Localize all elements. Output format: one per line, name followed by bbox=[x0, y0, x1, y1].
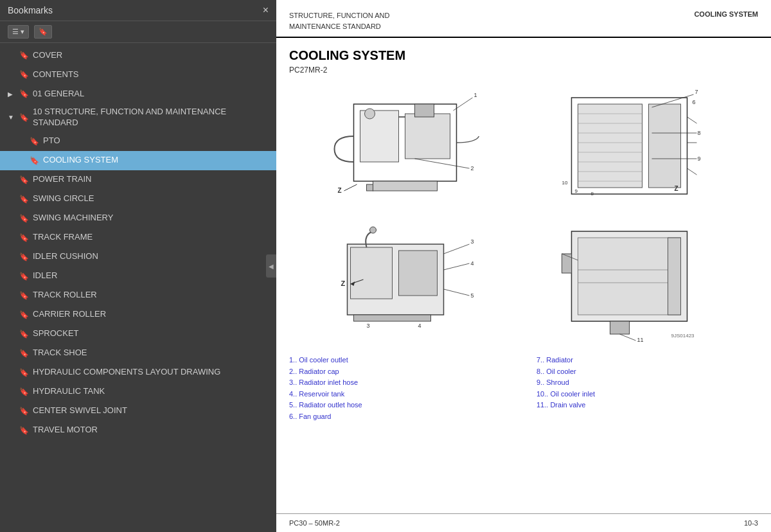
svg-text:Z: Z bbox=[341, 279, 346, 287]
svg-rect-40 bbox=[351, 247, 393, 299]
diagram-bottom-right: 11 9JS01423 bbox=[526, 218, 758, 347]
bookmark-label-power_train: POWER TRAIN bbox=[33, 174, 92, 185]
document-header-left: STRUCTURE, FUNCTION AND MAINTENANCE STAN… bbox=[289, 10, 389, 31]
document-panel: STRUCTURE, FUNCTION AND MAINTENANCE STAN… bbox=[276, 0, 771, 532]
bookmarks-header: Bookmarks × bbox=[0, 0, 276, 21]
svg-text:9JS01423: 9JS01423 bbox=[671, 333, 695, 339]
bookmark-item-track_shoe[interactable]: 🔖TRACK SHOE bbox=[0, 344, 276, 363]
bookmark-item-power_train[interactable]: 🔖POWER TRAIN bbox=[0, 170, 276, 190]
document-content: COOLING SYSTEM PC27MR-2 1 bbox=[276, 38, 771, 513]
bookmark-icon-idler_cushion: 🔖 bbox=[19, 253, 29, 262]
toolbar-menu-button[interactable]: ☰ ▾ bbox=[8, 25, 29, 39]
svg-text:Z: Z bbox=[338, 187, 342, 194]
legend-item: 4.. Reservoir tank bbox=[289, 389, 511, 400]
svg-text:8: 8 bbox=[591, 191, 594, 197]
svg-text:3: 3 bbox=[367, 323, 370, 329]
bookmark-item-travel_motor[interactable]: 🔖TRAVEL MOTOR bbox=[0, 421, 276, 440]
bookmark-item-general[interactable]: ▶🔖01 GENERAL bbox=[0, 84, 276, 103]
bookmark-label-pto: PTO bbox=[43, 136, 60, 146]
bookmark-label-sprocket: SPROCKET bbox=[33, 328, 79, 339]
expand-arrow-general[interactable]: ▶ bbox=[8, 91, 15, 98]
bookmarks-toolbar: ☰ ▾ 🔖 bbox=[0, 21, 276, 43]
legend-item: 2.. Radiator cap bbox=[289, 366, 511, 378]
legend-item: 7.. Radiator bbox=[536, 355, 758, 366]
bookmark-icon-swing_circle: 🔖 bbox=[19, 195, 29, 204]
bookmark-item-cooling[interactable]: 🔖COOLING SYSTEM bbox=[0, 151, 276, 170]
bookmark-item-contents[interactable]: 🔖CONTENTS bbox=[0, 65, 276, 84]
bookmark-icon-track_frame: 🔖 bbox=[19, 233, 29, 242]
bookmark-icon-track_roller: 🔖 bbox=[19, 291, 29, 300]
bookmark-item-center_swivel[interactable]: 🔖CENTER SWIVEL JOINT bbox=[0, 402, 276, 421]
legend-left-col: 1.. Oil cooler outlet2.. Radiator cap3..… bbox=[289, 355, 511, 423]
diagram-top-right: 6 Z 7 8 9 10 9 8 bbox=[526, 85, 758, 213]
document-header-right: COOLING SYSTEM bbox=[694, 10, 758, 18]
legend-item: 3.. Radiator inlet hose bbox=[289, 377, 511, 389]
svg-rect-56 bbox=[578, 238, 681, 315]
legend-right-col: 7.. Radiator8.. Oil cooler9.. Shroud10..… bbox=[536, 355, 758, 423]
bookmark-icon-track_shoe: 🔖 bbox=[19, 349, 29, 358]
diagram-bottom-left: Z 3 4 5 3 4 bbox=[289, 218, 521, 347]
bookmark-item-structure[interactable]: ▼🔖10 STRUCTURE, FUNCTION AND MAINTENANCE… bbox=[0, 103, 276, 132]
bookmark-label-hydraulic_tank: HYDRAULIC TANK bbox=[33, 386, 105, 397]
svg-text:Z: Z bbox=[675, 185, 678, 192]
bookmark-item-cover[interactable]: 🔖COVER bbox=[0, 46, 276, 65]
bookmark-icon-swing_machinery: 🔖 bbox=[19, 214, 29, 223]
svg-rect-59 bbox=[668, 238, 681, 315]
bookmark-item-track_frame[interactable]: 🔖TRACK FRAME bbox=[0, 228, 276, 247]
svg-line-35 bbox=[687, 168, 697, 175]
bookmark-item-hydraulic_tank[interactable]: 🔖HYDRAULIC TANK bbox=[0, 382, 276, 402]
svg-text:10: 10 bbox=[562, 180, 568, 186]
svg-rect-1 bbox=[360, 111, 399, 162]
bookmark-item-idler[interactable]: 🔖IDLER bbox=[0, 267, 276, 286]
bookmarks-list: 🔖COVER🔖CONTENTS▶🔖01 GENERAL▼🔖10 STRUCTUR… bbox=[0, 43, 276, 532]
bookmark-label-center_swivel: CENTER SWIVEL JOINT bbox=[33, 405, 127, 416]
bookmark-label-swing_machinery: SWING MACHINERY bbox=[33, 213, 113, 224]
svg-text:4: 4 bbox=[418, 323, 421, 329]
bookmark-item-swing_circle[interactable]: 🔖SWING CIRCLE bbox=[0, 190, 276, 209]
bookmark-label-hydraulic_layout: HYDRAULIC COMPONENTS LAYOUT DRAWING bbox=[33, 367, 220, 378]
bookmark-icon-power_train: 🔖 bbox=[19, 175, 29, 184]
legend-section: 1.. Oil cooler outlet2.. Radiator cap3..… bbox=[289, 355, 758, 423]
footer-model: PC30 – 50MR-2 bbox=[289, 519, 340, 527]
bookmarks-title: Bookmarks bbox=[8, 5, 53, 15]
svg-rect-2 bbox=[405, 114, 450, 159]
page-title: COOLING SYSTEM bbox=[289, 48, 758, 63]
bookmark-item-track_roller[interactable]: 🔖TRACK ROLLER bbox=[0, 286, 276, 305]
bookmark-label-travel_motor: TRAVEL MOTOR bbox=[33, 425, 98, 436]
svg-text:11: 11 bbox=[637, 337, 644, 343]
svg-line-50 bbox=[444, 289, 470, 296]
model-subtitle: PC27MR-2 bbox=[289, 66, 758, 75]
bookmark-icon-hydraulic_tank: 🔖 bbox=[19, 387, 29, 396]
diagrams-grid: 1 2 Z bbox=[289, 85, 758, 347]
bookmark-icon-structure: 🔖 bbox=[19, 113, 29, 122]
bookmark-item-hydraulic_layout[interactable]: 🔖HYDRAULIC COMPONENTS LAYOUT DRAWING bbox=[0, 363, 276, 382]
svg-rect-41 bbox=[399, 251, 438, 296]
svg-point-45 bbox=[370, 227, 377, 233]
bookmark-label-contents: CONTENTS bbox=[33, 69, 79, 80]
bookmark-label-track_roller: TRACK ROLLER bbox=[33, 290, 97, 301]
bookmark-item-idler_cushion[interactable]: 🔖IDLER CUSHION bbox=[0, 247, 276, 267]
bookmark-item-carrier_roller[interactable]: 🔖CARRIER ROLLER bbox=[0, 305, 276, 324]
header-line2: MAINTENANCE STANDARD bbox=[289, 21, 389, 32]
bookmark-item-swing_machinery[interactable]: 🔖SWING MACHINERY bbox=[0, 209, 276, 228]
legend-item: 10.. Oil cooler inlet bbox=[536, 389, 758, 400]
svg-rect-11 bbox=[367, 184, 373, 191]
bookmark-label-structure: 10 STRUCTURE, FUNCTION AND MAINTENANCE S… bbox=[33, 107, 271, 129]
legend-item: 9.. Shroud bbox=[536, 377, 758, 389]
bookmark-icon-cooling: 🔖 bbox=[30, 156, 39, 165]
document-footer: PC30 – 50MR-2 10-3 bbox=[276, 513, 771, 532]
svg-line-63 bbox=[620, 334, 636, 341]
svg-text:9: 9 bbox=[575, 188, 578, 194]
bookmark-item-pto[interactable]: 🔖PTO bbox=[0, 132, 276, 151]
bookmark-icon-cover: 🔖 bbox=[19, 51, 29, 60]
svg-text:5: 5 bbox=[471, 292, 474, 299]
expand-arrow-structure[interactable]: ▼ bbox=[8, 114, 15, 121]
document-header: STRUCTURE, FUNCTION AND MAINTENANCE STAN… bbox=[276, 0, 771, 38]
svg-text:2: 2 bbox=[471, 165, 474, 172]
bookmark-item-sprocket[interactable]: 🔖SPROCKET bbox=[0, 324, 276, 344]
toolbar-bookmark-button[interactable]: 🔖 bbox=[34, 25, 52, 39]
close-button[interactable]: × bbox=[263, 5, 269, 15]
svg-point-4 bbox=[365, 109, 375, 119]
bookmark-label-track_frame: TRACK FRAME bbox=[33, 232, 93, 243]
panel-resize-handle[interactable]: ◀ bbox=[266, 254, 276, 278]
